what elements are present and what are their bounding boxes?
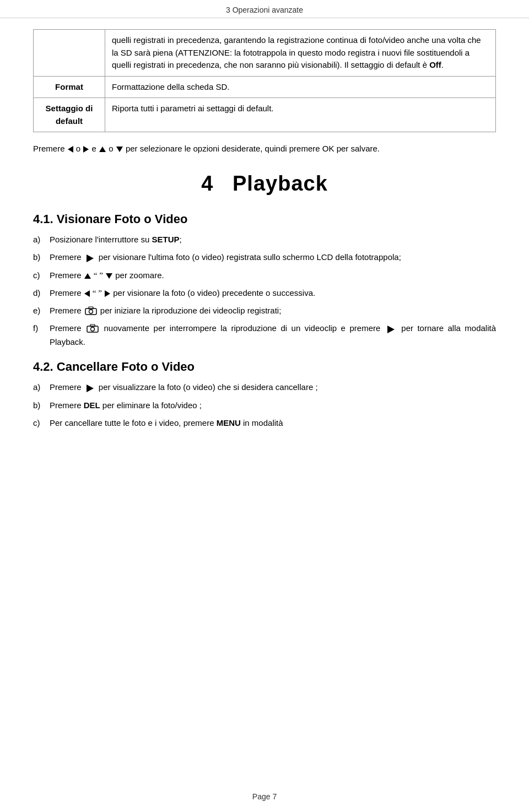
camera-icon-f bbox=[87, 324, 99, 333]
left-icon-d bbox=[84, 290, 90, 297]
table-content-default: Riporta tutti i parametri ai settaggi di… bbox=[105, 98, 496, 132]
quote-c: “ ” bbox=[94, 271, 103, 280]
section-4-2-list: a) Premere per visualizzare la foto (o v… bbox=[33, 381, 496, 430]
table-content-format: Formattazione della scheda SD. bbox=[105, 76, 496, 98]
down-icon-c bbox=[106, 273, 112, 279]
section-4-1-list: a) Posizionare l'interruttore su SETUP; … bbox=[33, 233, 496, 349]
settings-table: quelli registrati in precedenza, garante… bbox=[33, 29, 496, 132]
item-text-e: Premere per iniziare la riproduzione dei… bbox=[50, 304, 496, 317]
item-text-b: Premere per visionare l'ultima foto (o v… bbox=[50, 251, 496, 264]
camera-icon-e bbox=[85, 306, 97, 315]
svg-point-4 bbox=[91, 327, 95, 331]
nav-instruction: Premere o e o per selezionare le opzioni… bbox=[33, 142, 496, 155]
table-label-default: Settaggio di default bbox=[34, 98, 105, 132]
table-row-default: Settaggio di default Riporta tutti i par… bbox=[34, 98, 496, 132]
table-label-empty bbox=[34, 30, 105, 77]
list-item-b: b) Premere per visionare l'ultima foto (… bbox=[33, 251, 496, 264]
up-arrow-icon bbox=[99, 147, 106, 152]
right-arrow-icon bbox=[83, 146, 89, 153]
item-letter-b: b) bbox=[33, 251, 50, 264]
up-icon-c bbox=[84, 273, 91, 279]
section-4-1-heading: 4.1. Visionare Foto o Video bbox=[33, 212, 496, 226]
table-row-format: Format Formattazione della scheda SD. bbox=[34, 76, 496, 98]
svg-rect-5 bbox=[90, 324, 95, 327]
list-item-a: a) Posizionare l'interruttore su SETUP; bbox=[33, 233, 496, 246]
page-footer: Page 7 bbox=[33, 792, 496, 801]
list-item-d: d) Premere “ ” per visionare la foto (o … bbox=[33, 286, 496, 300]
play-icon-4-2-a bbox=[87, 385, 94, 392]
chapter-title-text: Playback bbox=[233, 172, 328, 195]
play-icon-b bbox=[87, 255, 94, 262]
list-item-e: e) Premere per iniziare la riproduzione … bbox=[33, 304, 496, 317]
list-item-4-2-a: a) Premere per visualizzare la foto (o v… bbox=[33, 381, 496, 394]
item-letter-4-2-b: b) bbox=[33, 399, 50, 412]
header-title: 3 Operazioni avanzate bbox=[226, 6, 303, 14]
item-text-4-2-b: Premere DEL per eliminare la foto/video … bbox=[50, 399, 496, 412]
svg-rect-2 bbox=[89, 307, 93, 309]
item-letter-d: d) bbox=[33, 286, 50, 300]
item-letter-4-2-a: a) bbox=[33, 381, 50, 394]
section-4-1-heading-text: 4.1. Visionare Foto o Video bbox=[33, 212, 187, 226]
item-letter-f: f) bbox=[33, 322, 50, 335]
left-arrow-icon bbox=[68, 146, 73, 153]
svg-point-1 bbox=[89, 310, 93, 313]
main-content: quelli registrati in precedenza, garante… bbox=[0, 18, 529, 474]
section-4-2-heading-text: 4.2. Cancellare Foto o Video bbox=[33, 360, 195, 373]
right-icon-d bbox=[105, 290, 110, 297]
item-letter-e: e) bbox=[33, 304, 50, 317]
item-letter-a: a) bbox=[33, 233, 50, 246]
item-letter-4-2-c: c) bbox=[33, 416, 50, 430]
item-letter-c: c) bbox=[33, 269, 50, 282]
quote-d: “ ” bbox=[93, 289, 102, 297]
item-text-f: Premere nuovamente per interrompere la r… bbox=[50, 322, 496, 349]
item-text-c: Premere “ ” per zoomare. bbox=[50, 269, 496, 282]
table-row-1: quelli registrati in precedenza, garante… bbox=[34, 30, 496, 77]
section-4-2-heading: 4.2. Cancellare Foto o Video bbox=[33, 360, 496, 374]
play-icon-f bbox=[387, 326, 395, 333]
chapter-number: 4 bbox=[201, 172, 213, 195]
list-item-f: f) Premere nuovamente per interrompere l… bbox=[33, 322, 496, 349]
table-content-1: quelli registrati in precedenza, garante… bbox=[105, 30, 496, 77]
item-text-a: Posizionare l'interruttore su SETUP; bbox=[50, 233, 496, 246]
table-label-format: Format bbox=[34, 76, 105, 98]
page-header: 3 Operazioni avanzate bbox=[0, 0, 529, 18]
chapter-title: 4 Playback bbox=[33, 172, 496, 196]
item-text-4-2-c: Per cancellare tutte le foto e i video, … bbox=[50, 416, 496, 430]
item-text-4-2-a: Premere per visualizzare la foto (o vide… bbox=[50, 381, 496, 394]
list-item-4-2-b: b) Premere DEL per eliminare la foto/vid… bbox=[33, 399, 496, 412]
page-number: Page 7 bbox=[252, 792, 277, 801]
list-item-4-2-c: c) Per cancellare tutte le foto e i vide… bbox=[33, 416, 496, 430]
item-text-d: Premere “ ” per visionare la foto (o vid… bbox=[50, 286, 496, 300]
down-arrow-icon bbox=[116, 147, 123, 152]
list-item-c: c) Premere “ ” per zoomare. bbox=[33, 269, 496, 282]
